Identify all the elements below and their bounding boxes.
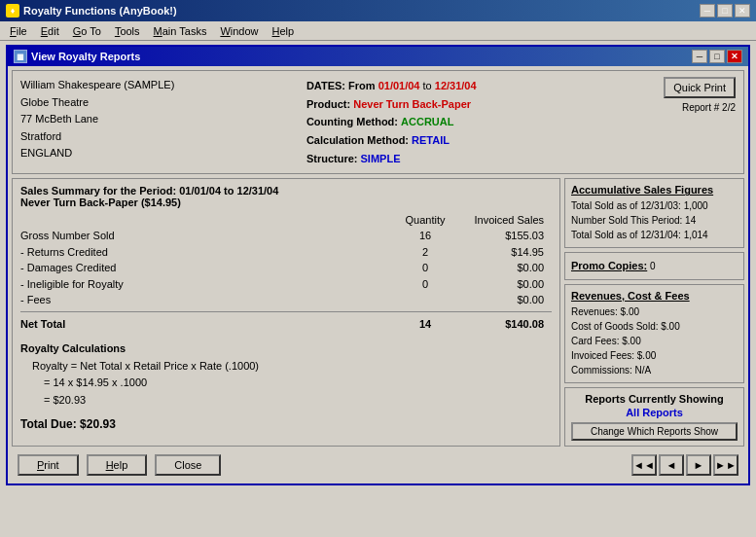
navigation-buttons: ◄◄ ◄ ► ►► — [631, 454, 738, 476]
revenues-line2: Cost of Goods Sold: $.00 — [571, 319, 738, 334]
row-inv-returns: $14.95 — [464, 244, 552, 261]
table-row: - Returns Credited 2 $14.95 — [20, 244, 552, 261]
change-reports-button[interactable]: Change Which Reports Show — [571, 422, 738, 441]
table-row: - Fees $0.00 — [20, 292, 552, 308]
calc-value: RETAIL — [412, 134, 450, 146]
revenues-line4: Invoiced Fees: $.00 — [571, 348, 738, 363]
title-bar: ♦ Royalty Functions (AnyBook!) ─ □ ✕ — [0, 0, 756, 21]
menu-window[interactable]: Window — [214, 24, 264, 38]
row-inv-damages: $0.00 — [464, 260, 552, 276]
accum-line1: Total Sold as of 12/31/03: 1,000 — [571, 198, 738, 213]
dates-label: DATES: From — [306, 80, 376, 91]
menu-maintasks[interactable]: Main Tasks — [148, 24, 213, 38]
sales-table: Quantity Invoiced Sales Gross Number Sol… — [20, 214, 552, 334]
row-inv-gross: $155.03 — [464, 228, 552, 244]
close-button-app[interactable]: ✕ — [735, 4, 750, 18]
quick-print-area: Quick Print Report # 2/2 — [648, 77, 736, 167]
date-from: 01/01/04 — [378, 80, 420, 91]
menu-edit[interactable]: Edit — [35, 24, 65, 38]
inner-maximize-button[interactable]: □ — [709, 50, 725, 63]
counting-label: Counting Method: — [306, 116, 398, 127]
menu-bar: File Edit Go To Tools Main Tasks Window … — [0, 21, 756, 41]
header-author-info: William Shakespeare (SAMPLE) Globe Theat… — [20, 77, 299, 167]
row-label-returns: - Returns Credited — [20, 244, 386, 261]
nav-next-button[interactable]: ► — [686, 454, 711, 476]
close-button[interactable]: Close — [155, 454, 221, 476]
revenues-line3: Card Fees: $.00 — [571, 334, 738, 348]
promo-value: 0 — [650, 261, 656, 271]
structure-label: Structure: — [306, 153, 358, 164]
reports-label: Reports Currently Showing — [571, 393, 738, 405]
quick-print-button[interactable]: Quick Print — [664, 77, 736, 98]
title-bar-buttons: ─ □ ✕ — [700, 4, 750, 18]
promo-label: Promo Copies: — [571, 260, 647, 271]
col-invoiced-header: Invoiced Sales — [464, 214, 552, 226]
row-label-damages: - Damages Credited — [20, 260, 386, 276]
net-qty: 14 — [386, 315, 464, 335]
reports-box: Reports Currently Showing All Reports Ch… — [564, 387, 744, 447]
revenues-box: Revenues, Cost & Fees Revenues: $.00 Cos… — [564, 284, 744, 383]
company-name: Globe Theatre — [20, 94, 299, 112]
report-number: Report # 2/2 — [682, 102, 736, 113]
inner-window-title: View Royalty Reports — [31, 51, 140, 62]
table-row: Gross Number Sold 16 $155.03 — [20, 228, 552, 244]
royalty-title: Royalty Calculations — [20, 342, 552, 354]
print-button[interactable]: Print — [18, 454, 79, 476]
left-panel: Sales Summary for the Period: 01/01/04 t… — [12, 178, 560, 447]
promo-box: Promo Copies: 0 — [564, 252, 744, 280]
bottom-bar: Print Help Close ◄◄ ◄ ► ►► — [12, 450, 744, 480]
net-inv: $140.08 — [464, 315, 552, 335]
right-panel: Accumulative Sales Figures Total Sold as… — [564, 178, 744, 447]
calc-label: Calculation Method: — [306, 134, 409, 146]
menu-help[interactable]: Help — [267, 24, 301, 38]
accum-content: Total Sold as of 12/31/03: 1,000 Number … — [571, 198, 738, 242]
structure-value: SIMPLE — [361, 153, 401, 164]
inner-title-bar: ▦ View Royalty Reports ─ □ ✕ — [8, 47, 748, 66]
table-row: - Ineligible for Royalty 0 $0.00 — [20, 276, 552, 293]
counting-value: ACCRUAL — [401, 116, 453, 127]
table-row: - Damages Credited 0 $0.00 — [20, 260, 552, 276]
nav-last-button[interactable]: ►► — [713, 454, 738, 476]
inner-minimize-button[interactable]: ─ — [692, 50, 707, 63]
revenues-line5: Commissions: N/A — [571, 363, 738, 377]
maximize-button[interactable]: □ — [717, 4, 733, 18]
revenues-title: Revenues, Cost & Fees — [571, 290, 738, 302]
accum-box: Accumulative Sales Figures Total Sold as… — [564, 178, 744, 248]
header-dates-info: DATES: From 01/01/04 to 12/31/04 Product… — [306, 77, 640, 167]
row-inv-ineligible: $0.00 — [464, 276, 552, 293]
menu-file[interactable]: File — [4, 24, 33, 38]
row-label-fees: - Fees — [20, 292, 386, 308]
royalty-section: Royalty Calculations Royalty = Net Total… — [20, 342, 552, 410]
accum-title: Accumulative Sales Figures — [571, 184, 738, 196]
sales-table-header: Quantity Invoiced Sales — [20, 214, 552, 226]
inner-window-icon: ▦ — [14, 50, 27, 63]
help-button[interactable]: Help — [87, 454, 148, 476]
inner-close-button[interactable]: ✕ — [727, 50, 742, 63]
row-label-ineligible: - Ineligible for Royalty — [20, 276, 386, 293]
sales-period-title: Sales Summary for the Period: 01/01/04 t… — [20, 185, 552, 208]
minimize-button[interactable]: ─ — [700, 4, 715, 18]
royalty-eq1: = 14 x $14.95 x .1000 — [44, 375, 552, 392]
product-value: Never Turn Back-Paper — [353, 98, 471, 110]
app-icon: ♦ — [6, 4, 19, 18]
nav-prev-button[interactable]: ◄ — [659, 454, 684, 476]
header-info: William Shakespeare (SAMPLE) Globe Theat… — [12, 70, 744, 174]
country-name: ENGLAND — [20, 145, 299, 162]
net-label: Net Total — [20, 315, 386, 335]
royalty-eq2: = $20.93 — [44, 392, 552, 410]
menu-tools[interactable]: Tools — [109, 24, 146, 38]
author-name: William Shakespeare (SAMPLE) — [20, 77, 299, 94]
reports-value: All Reports — [571, 407, 738, 418]
row-qty-ineligible: 0 — [386, 276, 464, 293]
col-quantity-header: Quantity — [386, 214, 464, 226]
royalty-formula: Royalty = Net Total x Retail Price x Rat… — [32, 358, 552, 376]
row-qty-returns: 2 — [386, 244, 464, 261]
row-label-gross: Gross Number Sold — [20, 228, 386, 244]
accum-line2: Number Sold This Period: 14 — [571, 213, 738, 228]
menu-goto[interactable]: Go To — [67, 24, 107, 38]
nav-first-button[interactable]: ◄◄ — [631, 454, 657, 476]
city-name: Stratford — [20, 128, 299, 146]
row-qty-damages: 0 — [386, 260, 464, 276]
dates-to-label: to — [423, 80, 435, 91]
main-body: Sales Summary for the Period: 01/01/04 t… — [12, 178, 744, 447]
